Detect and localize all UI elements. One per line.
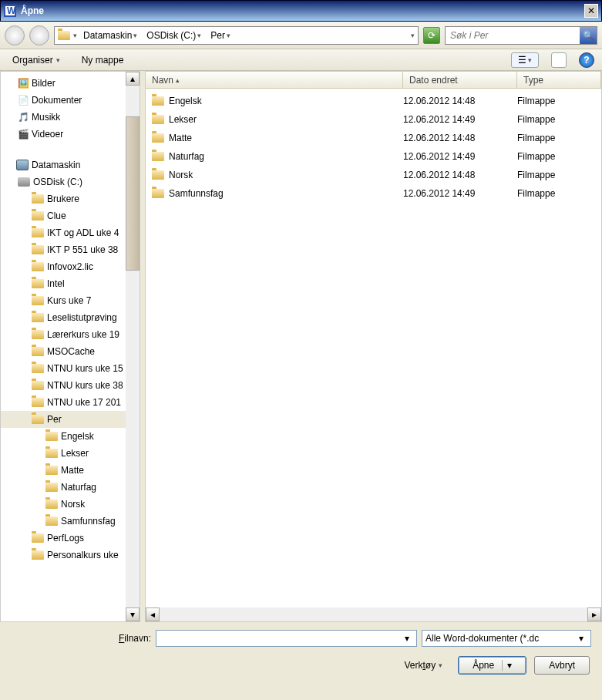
folder-icon bbox=[45, 483, 58, 492]
tree-item[interactable]: NTNU kurs uke 38 bbox=[1, 377, 140, 394]
folder-icon bbox=[152, 115, 164, 124]
disk-icon bbox=[18, 177, 30, 187]
folder-icon bbox=[152, 133, 164, 143]
tree-item[interactable]: Leselistutprøving bbox=[1, 309, 140, 326]
column-header-date[interactable]: Dato endret bbox=[403, 72, 517, 88]
folder-icon bbox=[32, 313, 44, 322]
column-header-name[interactable]: Navn ▴ bbox=[146, 72, 403, 88]
organize-menu[interactable]: Organiser ▾ bbox=[8, 52, 65, 69]
scroll-thumb[interactable] bbox=[126, 116, 140, 271]
tree-item[interactable]: Naturfag bbox=[1, 479, 140, 496]
folder-icon bbox=[152, 152, 164, 161]
address-bar[interactable]: ▾ Datamaskin ▾ OSDisk (C:) ▾ Per ▾ ▾ bbox=[54, 26, 419, 45]
computer-icon bbox=[16, 160, 29, 170]
folder-icon bbox=[32, 347, 44, 356]
folder-icon bbox=[45, 432, 58, 441]
search-input[interactable] bbox=[446, 30, 580, 41]
list-item[interactable]: Samfunnsfag12.06.2012 14:49Filmappe bbox=[146, 184, 601, 203]
tools-menu[interactable]: Verktøy ▾ bbox=[404, 660, 442, 671]
list-view-icon: ☰ bbox=[518, 55, 526, 66]
open-split-arrow[interactable]: ▾ bbox=[502, 660, 512, 671]
tree-item[interactable]: Samfunnsfag bbox=[1, 513, 140, 530]
scroll-right-arrow[interactable]: ▸ bbox=[587, 607, 601, 621]
tree-item[interactable]: NTNU kurs uke 15 bbox=[1, 360, 140, 377]
tree-item[interactable]: Lærerkurs uke 19 bbox=[1, 326, 140, 343]
scroll-down-arrow[interactable]: ▾ bbox=[126, 607, 140, 621]
filename-label: Filnavn: bbox=[11, 633, 151, 644]
tree-item[interactable]: Norsk bbox=[1, 496, 140, 513]
list-header: Navn ▴ Dato endret Type bbox=[146, 72, 601, 89]
folder-icon bbox=[32, 262, 44, 271]
folder-icon bbox=[45, 449, 58, 458]
open-button[interactable]: Åpne▾ bbox=[458, 656, 526, 675]
tree-item[interactable]: Brukere bbox=[1, 190, 140, 207]
tree-item[interactable]: Intel bbox=[1, 275, 140, 292]
file-list: Navn ▴ Dato endret Type Engelsk12.06.201… bbox=[145, 71, 602, 622]
tree-item[interactable]: 🖼️Bilder bbox=[1, 75, 140, 92]
tree-item[interactable]: Lekser bbox=[1, 445, 140, 462]
filename-combo[interactable]: ▾ bbox=[156, 630, 417, 647]
list-item[interactable]: Norsk12.06.2012 14:48Filmappe bbox=[146, 166, 601, 184]
cancel-button[interactable]: Avbryt bbox=[534, 656, 590, 675]
filename-input[interactable] bbox=[160, 633, 401, 644]
close-button[interactable]: ✕ bbox=[584, 4, 598, 18]
tree-item-disk[interactable]: OSDisk (C:) bbox=[1, 173, 140, 190]
scroll-left-arrow[interactable]: ◂ bbox=[146, 607, 160, 621]
list-item[interactable]: Lekser12.06.2012 14:49Filmappe bbox=[146, 110, 601, 129]
folder-icon bbox=[32, 279, 44, 288]
preview-pane-button[interactable] bbox=[551, 52, 567, 68]
filetype-combo[interactable]: Alle Word-dokumenter (*.dc ▾ bbox=[422, 630, 591, 647]
breadcrumb[interactable]: Datamaskin ▾ bbox=[80, 29, 140, 42]
tree-item[interactable]: 📄Dokumenter bbox=[1, 92, 140, 109]
breadcrumb[interactable]: Per ▾ bbox=[207, 29, 234, 42]
folder-tree[interactable]: 🖼️Bilder 📄Dokumenter 🎵Musikk 🎬Videoer Da… bbox=[0, 71, 140, 622]
scroll-up-arrow[interactable]: ▴ bbox=[126, 72, 140, 86]
tree-item[interactable]: Clue bbox=[1, 207, 140, 224]
forward-button[interactable] bbox=[29, 25, 49, 45]
folder-icon bbox=[32, 364, 44, 373]
tree-item-selected[interactable]: Per bbox=[1, 411, 140, 428]
folder-icon bbox=[45, 500, 58, 509]
tree-item[interactable]: IKT P 551 uke 38 bbox=[1, 241, 140, 258]
folder-icon bbox=[32, 211, 44, 220]
tree-item[interactable]: IKT og ADL uke 4 bbox=[1, 224, 140, 241]
folder-icon bbox=[45, 466, 58, 475]
list-item[interactable]: Naturfag12.06.2012 14:49Filmappe bbox=[146, 147, 601, 166]
folder-icon bbox=[32, 398, 44, 407]
search-box[interactable]: 🔍 bbox=[445, 26, 597, 45]
tree-item[interactable]: Personalkurs uke bbox=[1, 547, 140, 564]
refresh-button[interactable]: ⟳ bbox=[423, 27, 440, 44]
tree-item[interactable]: Kurs uke 7 bbox=[1, 292, 140, 309]
breadcrumb[interactable]: OSDisk (C:) ▾ bbox=[143, 29, 204, 42]
title-bar: W Åpne ✕ bbox=[0, 0, 602, 22]
tree-item[interactable]: PerfLogs bbox=[1, 530, 140, 547]
search-button[interactable]: 🔍 bbox=[580, 27, 597, 44]
help-button[interactable]: ? bbox=[579, 52, 594, 68]
svg-text:W: W bbox=[7, 5, 16, 16]
tree-item[interactable]: NTNU uke 17 201 bbox=[1, 394, 140, 411]
tree-scrollbar[interactable]: ▴ ▾ bbox=[126, 72, 140, 621]
folder-icon bbox=[32, 415, 44, 424]
tree-item[interactable]: 🎵Musikk bbox=[1, 109, 140, 126]
tree-item[interactable]: Matte bbox=[1, 462, 140, 479]
list-body[interactable]: Engelsk12.06.2012 14:48FilmappeLekser12.… bbox=[146, 89, 601, 621]
tree-item-computer[interactable]: Datamaskin bbox=[1, 156, 140, 173]
back-button[interactable] bbox=[5, 25, 25, 45]
tree-item[interactable]: 🎬Videoer bbox=[1, 126, 140, 143]
column-header-type[interactable]: Type bbox=[517, 72, 601, 88]
folder-icon bbox=[45, 517, 58, 526]
folder-icon bbox=[58, 31, 70, 40]
chevron-down-icon[interactable]: ▾ bbox=[575, 633, 587, 644]
chevron-down-icon[interactable]: ▾ bbox=[401, 633, 413, 644]
new-folder-button[interactable]: Ny mappe bbox=[77, 52, 129, 69]
tree-item[interactable]: MSOCache bbox=[1, 343, 140, 360]
tree-item[interactable]: Infovox2.lic bbox=[1, 258, 140, 275]
list-item[interactable]: Matte12.06.2012 14:48Filmappe bbox=[146, 129, 601, 147]
folder-icon bbox=[32, 381, 44, 390]
list-item[interactable]: Engelsk12.06.2012 14:48Filmappe bbox=[146, 92, 601, 110]
folder-icon bbox=[32, 194, 44, 204]
folder-icon bbox=[152, 96, 164, 106]
list-h-scrollbar[interactable]: ◂ ▸ bbox=[146, 607, 601, 621]
tree-item[interactable]: Engelsk bbox=[1, 428, 140, 445]
view-menu[interactable]: ☰ ▾ bbox=[511, 52, 539, 68]
